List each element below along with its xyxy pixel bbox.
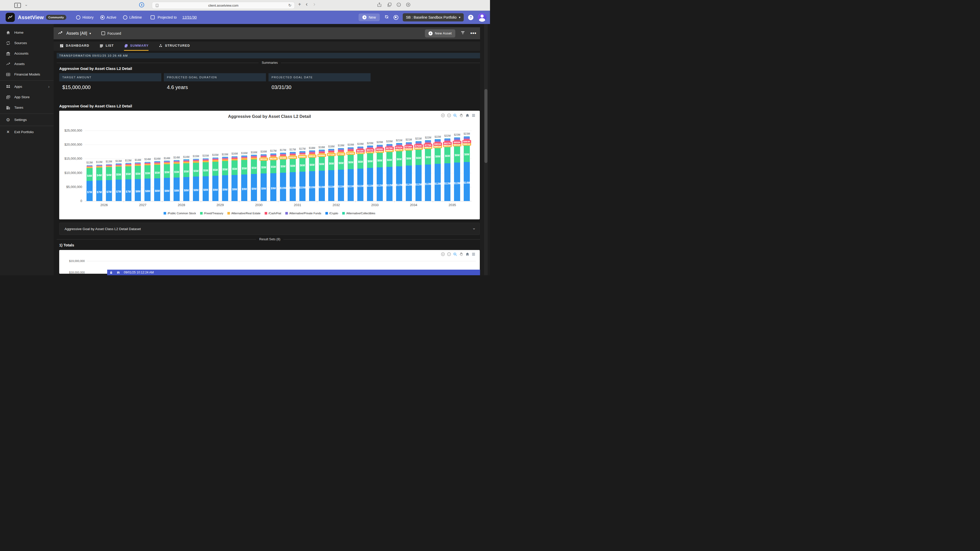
mode-radio-active[interactable]: Active xyxy=(100,15,116,20)
tab-structured[interactable]: STRUCTURED xyxy=(159,41,190,51)
bar-segment xyxy=(212,160,218,162)
page-scrollbar[interactable] xyxy=(480,24,490,275)
radio-icon[interactable] xyxy=(123,15,127,20)
tab-label: SUMMARY xyxy=(130,44,149,48)
sidebar-item-apps[interactable]: Apps› xyxy=(0,81,54,92)
home-reset-icon[interactable] xyxy=(465,252,469,256)
bar-total-label: $13M xyxy=(125,159,131,162)
bar-total-label: $20M xyxy=(376,141,383,144)
bar-segment xyxy=(406,143,412,144)
checkbox-icon[interactable] xyxy=(151,15,155,19)
bar-segment xyxy=(261,154,267,154)
bar-segment xyxy=(135,163,141,164)
bar-segment xyxy=(241,158,247,160)
share-icon[interactable] xyxy=(377,2,382,8)
stacked-bar-plot[interactable]: $25,000,000$20,000,000$15,000,000$10,000… xyxy=(85,130,472,201)
downloads-icon[interactable] xyxy=(406,2,410,8)
bar-segment xyxy=(154,161,160,161)
avatar[interactable] xyxy=(478,13,487,22)
zoom-select-icon[interactable] xyxy=(453,252,457,256)
projected-to-checkbox[interactable]: Projected to xyxy=(151,15,177,19)
tabs-overview-icon[interactable] xyxy=(387,2,392,8)
url-field[interactable]: client.assetview.com ↻ xyxy=(152,2,295,9)
extension-icon[interactable] xyxy=(139,2,144,7)
trend-icon xyxy=(58,30,63,37)
y-axis-label: $5,000,000 xyxy=(59,185,82,189)
focused-checkbox[interactable]: Focused xyxy=(101,32,121,35)
bar-total-label: $18M xyxy=(328,145,334,148)
info-icon[interactable] xyxy=(396,2,401,8)
bar-segment xyxy=(425,140,431,140)
sidebar-item-assets[interactable]: Assets xyxy=(0,59,54,69)
zoom-in-icon[interactable] xyxy=(441,252,445,256)
sidebar-item-accounts[interactable]: Accounts xyxy=(0,48,54,59)
sidebar-item-app-store[interactable]: App Store xyxy=(0,92,54,102)
bar-segment xyxy=(86,165,93,166)
tab-dashboard[interactable]: DASHBOARD xyxy=(60,41,89,51)
forward-icon[interactable]: › xyxy=(313,1,315,8)
scroll-area[interactable]: TRANSFORMATION 09/01/25 10:26:48 AM Summ… xyxy=(54,51,490,274)
visibility-target-icon[interactable] xyxy=(393,15,398,20)
bank-icon xyxy=(6,51,11,56)
bar-total-label: $16M xyxy=(231,152,238,155)
radio-icon[interactable] xyxy=(100,15,105,20)
sync-icon[interactable] xyxy=(384,14,389,21)
menu-icon[interactable] xyxy=(471,113,476,118)
segment-value-label: $801K xyxy=(433,143,442,146)
sidebar-item-settings[interactable]: ⚙Settings xyxy=(0,114,54,125)
assets-all-dropdown[interactable]: Assets [All] ▾ xyxy=(66,31,91,36)
segment-value-label: $696K xyxy=(318,154,326,157)
sidebar-item-financial-models[interactable]: Financial Models xyxy=(0,69,54,79)
legend-item: /Fixed/Treasury xyxy=(200,212,223,215)
pan-icon[interactable] xyxy=(459,113,463,118)
stat-card-label: PROJECTED GOAL DATE xyxy=(269,73,371,81)
new-asset-button[interactable]: + New Asset xyxy=(425,29,455,38)
segment-value-label: $11M xyxy=(357,185,363,187)
sidebar-toggle-icon[interactable] xyxy=(14,3,21,8)
zoom-out-icon[interactable] xyxy=(447,252,451,256)
zoom-select-icon[interactable] xyxy=(453,113,457,118)
home-reset-icon[interactable] xyxy=(465,113,469,118)
sidebar-item-exit-portfolio[interactable]: ×Exit Portfolio xyxy=(0,127,54,137)
tab-list[interactable]: LIST xyxy=(100,41,114,51)
reader-icon[interactable] xyxy=(156,4,159,7)
pan-icon[interactable] xyxy=(459,252,463,256)
assetview-logo-icon[interactable] xyxy=(6,13,15,22)
mode-radio-history[interactable]: History xyxy=(76,15,94,20)
zoom-in-icon[interactable] xyxy=(441,113,445,118)
radio-icon[interactable] xyxy=(76,15,80,20)
menu-icon[interactable] xyxy=(471,252,476,256)
bar-total-label: $14M xyxy=(164,157,170,160)
more-icon[interactable]: ••• xyxy=(470,30,476,36)
dataset-expander[interactable]: Aggressive Goal by Asset Class L2 Detail… xyxy=(59,223,480,235)
chevron-down-icon[interactable]: ⌄ xyxy=(24,2,28,7)
projected-date-link[interactable]: 12/31/30 xyxy=(182,15,197,19)
segment-value-label: $5M xyxy=(203,169,208,172)
sidebar-item-taxes[interactable]: Taxes xyxy=(0,102,54,113)
mode-radio-lifetime[interactable]: Lifetime xyxy=(123,15,142,20)
portfolio-selector[interactable]: SB : Baseline Sandbox Portfolio ▾ xyxy=(403,13,464,21)
legend-label: /Crypto xyxy=(329,212,338,215)
bar-segment xyxy=(434,141,441,142)
sidebar-item-sources[interactable]: Sources xyxy=(0,38,54,48)
segment-value-label: $9M xyxy=(232,188,237,191)
filter-icon[interactable] xyxy=(460,30,465,36)
reload-icon[interactable]: ↻ xyxy=(288,3,291,8)
bar-segment xyxy=(203,158,209,158)
legend-label: /Fixed/Treasury xyxy=(204,212,223,215)
sidebar-item-home[interactable]: Home xyxy=(0,27,54,38)
sidebar-item-label: Accounts xyxy=(14,52,29,56)
goal-chart-panel[interactable]: Aggressive Goal by Asset Class L2 Detail… xyxy=(59,111,480,219)
bar-segment xyxy=(96,166,102,167)
checkbox-icon[interactable] xyxy=(101,32,105,35)
new-button[interactable]: + New xyxy=(359,14,380,21)
zoom-out-icon[interactable] xyxy=(447,113,451,118)
tab-summary[interactable]: SUMMARY xyxy=(124,41,149,51)
back-icon[interactable]: ‹ xyxy=(306,1,307,8)
bar-segment xyxy=(338,148,344,148)
bar-segment xyxy=(241,156,247,156)
new-tab-icon[interactable]: + xyxy=(298,2,301,7)
bar-total-label: $15M xyxy=(212,154,218,156)
help-icon[interactable]: ? xyxy=(468,15,473,20)
scrollbar-thumb[interactable] xyxy=(484,89,487,163)
